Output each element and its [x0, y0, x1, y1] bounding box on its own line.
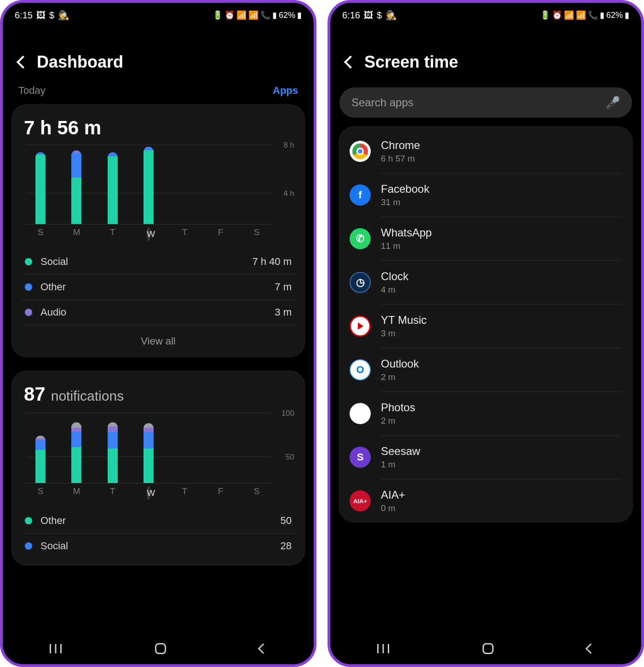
nav-back[interactable]: [586, 644, 596, 654]
legend-label: Social: [40, 540, 68, 552]
notif-label: notifications: [51, 388, 124, 404]
gallery-icon: 🖼: [36, 10, 46, 21]
legend-label: Audio: [40, 306, 66, 318]
apps-link[interactable]: Apps: [273, 85, 298, 97]
wifi-icon: 📶: [564, 10, 574, 20]
incognito-icon: 🕵: [58, 10, 69, 21]
app-name: WhatsApp: [381, 226, 432, 239]
app-time: 2 m: [381, 372, 419, 382]
app-icon: AIA+: [350, 490, 371, 512]
app-icon: ✆: [350, 228, 371, 249]
app-time: 0 m: [381, 503, 405, 513]
axis-hi: 100: [282, 409, 294, 418]
nav-bar: [330, 633, 641, 664]
app-icon: S: [350, 447, 371, 468]
app-time: 1 m: [381, 460, 420, 470]
nav-back[interactable]: [258, 644, 269, 654]
axis-hi: 8 h: [283, 141, 294, 150]
screen-time-total: 7 h 56 m: [22, 117, 294, 140]
app-icon: O: [350, 359, 371, 380]
app-row[interactable]: ✦Photos2 m: [339, 392, 633, 435]
app-name: Outlook: [381, 357, 419, 370]
volte-icon: 📞: [260, 10, 270, 20]
app-row[interactable]: AIA+AIA+0 m: [339, 479, 633, 523]
legend-row: Other50: [22, 508, 294, 533]
app-icon: [350, 316, 371, 337]
back-icon[interactable]: [17, 56, 29, 69]
view-all-button[interactable]: View all: [22, 325, 294, 357]
app-time: 6 h 57 m: [381, 154, 420, 164]
dollar-icon: $: [377, 10, 382, 21]
app-icon: ◷: [350, 272, 371, 293]
app-icon: [350, 141, 371, 162]
search-placeholder: Search apps: [351, 96, 414, 109]
app-name: Photos: [381, 401, 415, 414]
volte-icon: 📞: [588, 10, 598, 20]
legend-dot-icon: [25, 258, 32, 265]
battery-percent: 62%: [606, 11, 623, 20]
battery-saver-icon: 🔋: [540, 10, 550, 20]
battery-percent: 62%: [279, 11, 295, 20]
legend-label: Other: [40, 281, 66, 293]
app-time: 4 m: [381, 285, 408, 295]
back-icon[interactable]: [344, 56, 357, 69]
incognito-icon: 🕵: [385, 10, 397, 21]
app-row[interactable]: OOutlook2 m: [339, 348, 633, 391]
nav-recents[interactable]: [377, 644, 389, 653]
status-bar: 6:16 🖼 $ 🕵 🔋 ⏰ 📶 📶 📞 ▮ 62% ▮: [330, 3, 641, 25]
nav-home[interactable]: [155, 643, 166, 654]
app-row[interactable]: SSeesaw1 m: [339, 436, 633, 479]
app-time: 11 m: [381, 241, 432, 251]
signal2-icon: ▮: [272, 10, 277, 20]
status-time: 6:15: [15, 10, 33, 21]
signal-icon: 📶: [576, 10, 586, 20]
app-row[interactable]: ✆WhatsApp11 m: [339, 217, 633, 260]
search-input[interactable]: Search apps 🎤: [339, 87, 632, 118]
status-bar: 6:15 🖼 $ 🕵 🔋 ⏰ 📶 📶 📞 ▮ 62% ▮: [3, 3, 314, 25]
legend-value: 7 h 40 m: [252, 256, 292, 268]
status-time: 6:16: [342, 10, 360, 21]
header: Screen time: [330, 25, 641, 85]
notifications-card: 87 notifications 100 50 SMTWTFS Other50S…: [11, 370, 305, 566]
app-row[interactable]: fFacebook31 m: [339, 173, 633, 217]
app-time: 31 m: [381, 197, 429, 207]
app-time: 3 m: [381, 328, 427, 339]
mic-icon[interactable]: 🎤: [605, 96, 620, 110]
legend-dot-icon: [25, 517, 32, 524]
app-name: Clock: [381, 270, 408, 283]
notifications-chart[interactable]: 100 50 SMTWTFS: [22, 413, 294, 500]
legend-dot-icon: [25, 283, 32, 291]
legend-value: 7 m: [275, 281, 292, 293]
nav-recents[interactable]: [50, 644, 62, 653]
gallery-icon: 🖼: [364, 10, 373, 21]
axis-mid: 4 h: [283, 189, 294, 198]
app-time: 2 m: [381, 416, 415, 426]
screen-time-screen: 6:16 🖼 $ 🕵 🔋 ⏰ 📶 📶 📞 ▮ 62% ▮ Screen time…: [328, 0, 644, 667]
screen-time-card: 7 h 56 m 8 h 4 h SMTWTFS Social7 h 40 mO…: [11, 104, 305, 357]
app-icon: ✦: [350, 403, 371, 424]
app-name: Facebook: [381, 183, 429, 196]
app-row[interactable]: ◷Clock4 m: [339, 261, 633, 304]
app-name: Seesaw: [381, 445, 420, 458]
page-title: Screen time: [364, 52, 458, 72]
app-name: Chrome: [381, 139, 420, 152]
legend-row: Social28: [22, 533, 294, 558]
page-title: Dashboard: [37, 52, 123, 72]
battery-icon: ▮: [625, 10, 629, 20]
legend-value: 3 m: [275, 306, 292, 318]
axis-mid: 50: [286, 453, 294, 462]
legend-value: 28: [281, 540, 292, 552]
screen-time-chart[interactable]: 8 h 4 h SMTWTFS: [22, 144, 294, 241]
app-row[interactable]: YT Music3 m: [339, 305, 633, 348]
app-name: YT Music: [381, 314, 427, 327]
period-label[interactable]: Today: [18, 85, 46, 97]
nav-home[interactable]: [483, 643, 494, 654]
signal-icon: 📶: [248, 10, 259, 20]
legend-dot-icon: [25, 309, 32, 316]
legend-label: Other: [40, 515, 66, 527]
app-icon: f: [350, 184, 371, 206]
legend-dot-icon: [25, 542, 32, 550]
app-name: AIA+: [381, 489, 405, 501]
signal2-icon: ▮: [600, 10, 604, 20]
app-row[interactable]: Chrome6 h 57 m: [339, 130, 633, 173]
